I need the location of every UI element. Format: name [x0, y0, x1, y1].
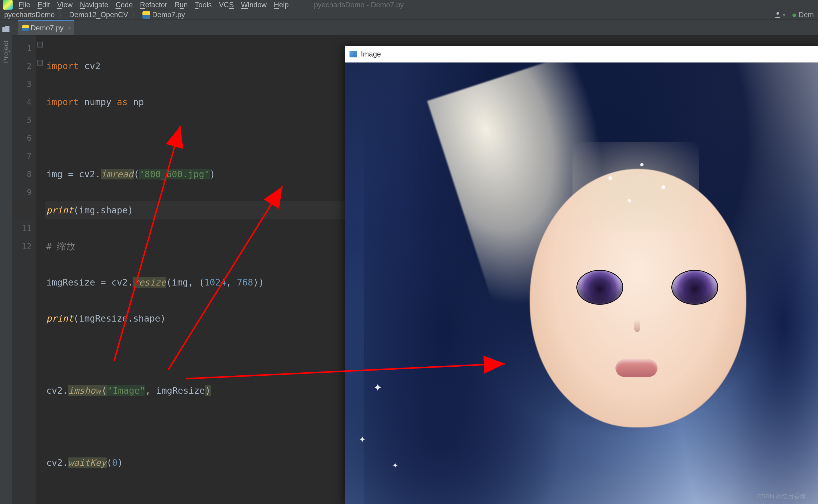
image-window-title: Image [361, 50, 381, 58]
menu-help[interactable]: Help [274, 1, 288, 9]
project-tool-label[interactable]: Project [2, 40, 10, 63]
image-canvas: ✦ ✦ ✦ [345, 63, 818, 504]
menu-tools[interactable]: Tools [195, 1, 212, 9]
chevron-right-icon: 〉 [132, 10, 139, 20]
fold-marker-icon[interactable] [37, 60, 43, 66]
watermark: CSDN @红目香薰 [757, 492, 806, 500]
breadcrumb-folder[interactable]: Demo12_OpenCV [69, 11, 128, 19]
menu-vcs[interactable]: VCS [219, 1, 234, 9]
fold-column [36, 35, 45, 504]
python-file-icon [142, 11, 150, 19]
menu-edit[interactable]: Edit [38, 1, 50, 9]
window-title: pyechartsDemo - Demo7.py [314, 1, 404, 9]
run-config-selector[interactable]: Dem [792, 11, 814, 19]
editor-tab-label: Demo7.py [31, 24, 63, 32]
svg-point-0 [777, 12, 779, 15]
window-icon [349, 51, 357, 57]
pycharm-icon [3, 0, 13, 10]
menu-run[interactable]: Run [175, 1, 188, 9]
fold-marker-icon[interactable] [37, 42, 43, 47]
menu-file[interactable]: File [19, 1, 30, 9]
line-gutter: 123 456 789 101112 [12, 35, 36, 504]
close-icon[interactable]: × [68, 25, 71, 32]
navigation-bar: pyechartsDemo 〉 Demo12_OpenCV 〉 Demo7.py… [0, 10, 818, 20]
editor-tab-demo7[interactable]: Demo7.py × [18, 20, 74, 35]
breadcrumb-root[interactable]: pyechartsDemo [4, 11, 55, 19]
left-tool-strip: Project Bookmarks [0, 20, 12, 504]
main-menu-bar: File Edit View Navigate Code Refactor Ru… [0, 0, 818, 10]
breadcrumbs: pyechartsDemo 〉 Demo12_OpenCV 〉 Demo7.py [4, 10, 185, 20]
image-preview-window[interactable]: Image ✦ ✦ ✦ [345, 46, 818, 504]
menu-refactor[interactable]: Refactor [140, 1, 167, 9]
menu-view[interactable]: View [57, 1, 73, 9]
chevron-right-icon: 〉 [58, 10, 66, 20]
project-tool-icon[interactable] [2, 26, 10, 32]
editor-tabs: Demo7.py × [12, 20, 818, 35]
user-menu-button[interactable]: ▾ [774, 11, 785, 19]
breadcrumb-file[interactable]: Demo7.py [142, 11, 185, 19]
nav-right-controls: ▾ Dem [774, 11, 814, 19]
avatar-icon [774, 11, 782, 19]
image-window-titlebar[interactable]: Image [345, 46, 818, 63]
menu-code[interactable]: Code [115, 1, 133, 9]
python-file-icon [22, 25, 29, 31]
menu-window[interactable]: Window [241, 1, 267, 9]
menu-navigate[interactable]: Navigate [80, 1, 108, 9]
